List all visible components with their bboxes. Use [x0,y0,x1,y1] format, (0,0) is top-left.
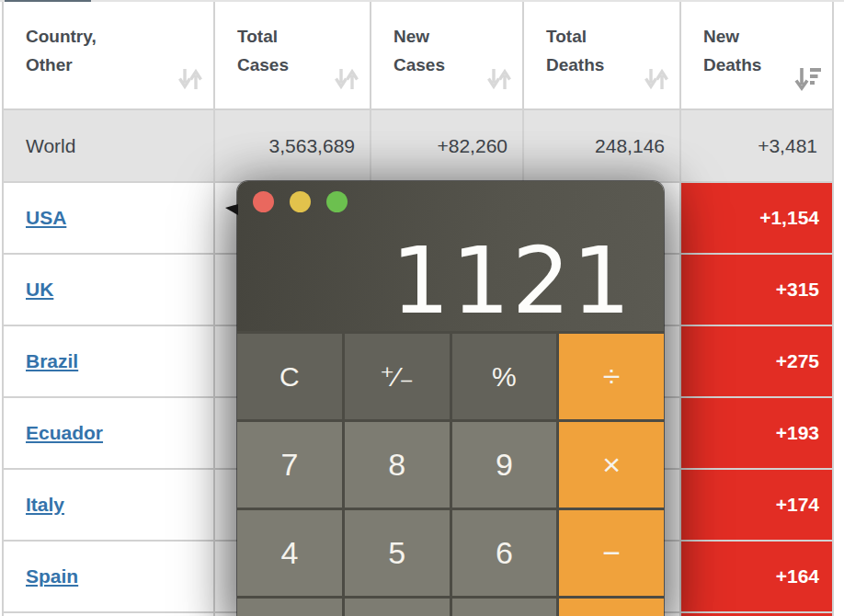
header-label-line1: New [393,22,522,51]
usa-new-deaths: +1,154 [681,183,832,253]
digit-7-button[interactable]: 7 [237,422,342,508]
world-total-cases: 3,563,689 [215,110,370,181]
plus-minus-button[interactable]: ⁺⁄₋ [345,334,450,419]
table-row-ecuador: Ecuador [4,398,213,468]
sort-icon[interactable] [643,66,670,92]
subtract-button[interactable]: − [559,510,664,596]
sort-icon[interactable] [333,66,360,92]
country-link-italy[interactable]: Italy [26,494,64,516]
column-header-new-deaths[interactable]: New Deaths [681,2,832,108]
calculator-readout: 1121 [392,235,633,327]
calculator-keypad: C ⁺⁄₋ % ÷ 7 8 9 × 4 5 6 − [237,331,664,616]
ecuador-new-deaths: +193 [681,398,832,468]
header-label-line1: Total [546,22,679,51]
digit-4-button[interactable]: 4 [237,510,342,596]
header-label-line1: Country, [26,22,213,51]
header-label-line1: Total [237,22,370,51]
sort-icon[interactable] [485,66,513,92]
partial-operator-key[interactable] [559,599,664,616]
digit-9-button[interactable]: 9 [452,422,557,508]
digit-6-button[interactable]: 6 [452,510,557,596]
clear-button[interactable]: C [237,334,342,419]
world-row-name: World [4,110,213,181]
digit-8-button[interactable]: 8 [345,422,450,508]
uk-new-deaths: +315 [681,255,832,325]
percent-button[interactable]: % [452,334,557,419]
country-link-brazil[interactable]: Brazil [26,350,78,372]
partial-key[interactable] [237,599,342,616]
partial-key[interactable] [452,599,557,616]
country-link-spain[interactable]: Spain [26,565,78,587]
calculator-window[interactable]: 1121 C ⁺⁄₋ % ÷ 7 8 9 × 4 5 6 − [237,181,664,616]
sort-desc-icon[interactable] [793,66,823,92]
country-link-uk[interactable]: UK [26,279,53,301]
world-new-cases: +82,260 [371,110,522,181]
digit-5-button[interactable]: 5 [345,510,450,596]
table-row-italy: Italy [4,470,213,540]
table-row-brazil: Brazil [4,326,213,396]
calculator-display: 1121 [237,181,664,331]
spain-new-deaths: +164 [681,542,832,611]
table-row-spain: Spain [4,542,213,611]
column-header-country[interactable]: Country, Other [4,2,213,108]
divide-button[interactable]: ÷ [559,334,664,419]
column-header-new-cases[interactable]: New Cases [371,2,522,108]
country-link-usa[interactable]: USA [26,207,66,229]
table-row-usa: USA [4,183,213,253]
column-header-total-deaths[interactable]: Total Deaths [524,2,679,108]
window-traffic-lights [253,191,348,212]
brazil-new-deaths: +275 [681,326,832,396]
country-link-ecuador[interactable]: Ecuador [26,422,103,444]
world-new-deaths: +3,481 [681,110,832,181]
italy-new-deaths: +174 [681,470,832,540]
table-row-uk: UK [4,255,213,325]
world-total-deaths: 248,146 [524,110,679,181]
close-window-icon[interactable] [253,191,274,212]
multiply-button[interactable]: × [559,422,664,508]
column-header-total-cases[interactable]: Total Cases [215,2,370,108]
partial-key[interactable] [345,599,450,616]
mouse-cursor [225,204,238,215]
zoom-window-icon[interactable] [326,191,348,212]
header-label-line1: New [703,22,832,51]
minimize-window-icon[interactable] [290,191,311,212]
sort-icon[interactable] [177,66,204,92]
